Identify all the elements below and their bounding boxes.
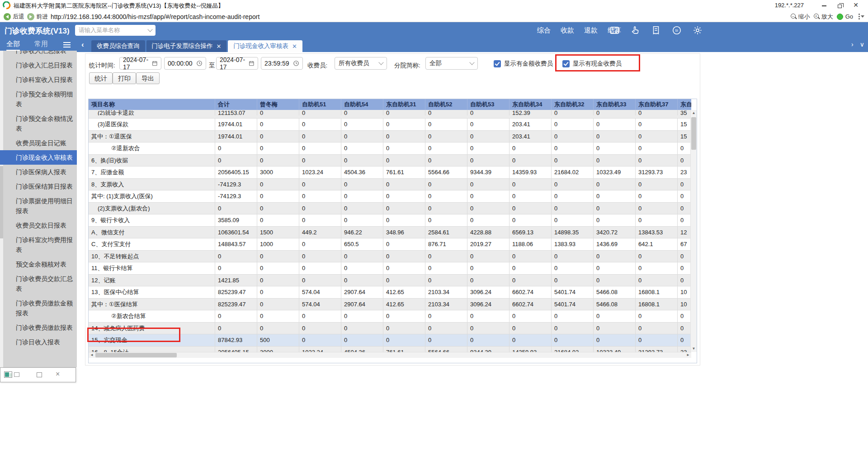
sidebar-item[interactable]: 门诊收入汇总日报表 — [3, 58, 77, 72]
tab[interactable]: 门诊电子发票综合操作✕ — [146, 40, 227, 52]
show-cash-cashiers-checkbox[interactable] — [562, 60, 570, 67]
table-row[interactable]: 10、不足转账起点000000000000 — [89, 251, 691, 263]
minimize-button[interactable] — [818, 1, 830, 10]
sidebar-item[interactable]: 门诊收费员缴款金额报表 — [3, 296, 77, 320]
column-header[interactable]: 自助机53 — [467, 99, 509, 110]
sidebar-item[interactable]: 收费员现金日记账 — [3, 136, 77, 150]
cashier-select[interactable]: 所有收费员 — [335, 57, 387, 70]
sidebar-item[interactable]: 门诊收费员缴款报表 — [3, 320, 77, 335]
hscroll-thumb[interactable] — [95, 353, 177, 357]
time-to-input[interactable]: 23:59:59 — [261, 57, 303, 70]
hamburger-icon[interactable] — [63, 42, 71, 48]
maximize-icon[interactable] — [37, 372, 42, 377]
column-header[interactable]: 曾冬梅 — [257, 99, 299, 110]
table-row[interactable]: A、微信支付1063601.541500449.2946.22348.96258… — [89, 227, 691, 239]
column-header[interactable]: 东自助机31 — [383, 99, 425, 110]
column-header[interactable]: 项目名称 — [89, 99, 215, 110]
sidebar-item[interactable]: 门诊日收入报表 — [3, 335, 77, 349]
table-row[interactable]: C、支付宝支付148843.5710000650.50876.712019.27… — [89, 238, 691, 251]
zoom-out-button[interactable]: −缩小 — [791, 13, 810, 21]
table-row[interactable]: (3)退医保款19744.01000000203.4100015 — [89, 119, 691, 131]
table-row[interactable]: 11、银行卡结算000000000000 — [89, 262, 691, 275]
header-menu-item-1[interactable]: 收款 — [561, 26, 574, 35]
table-row[interactable]: 其中：①退医保19744.01000000203.4100015 — [89, 131, 691, 143]
table-row[interactable]: 7、应缴金额2056405.1530001023.244504.36761.61… — [89, 166, 691, 179]
show-amount-cashiers-checkbox[interactable] — [494, 60, 501, 67]
column-header[interactable]: 自助机51 — [299, 99, 341, 110]
toolbar-button-1[interactable]: 打印 — [113, 72, 136, 84]
table-row[interactable]: ②退新农合000000000000 — [89, 143, 691, 155]
sidebar-item[interactable]: 门诊票据使用明细日报表 — [3, 194, 77, 218]
back-button[interactable]: 后退 — [4, 12, 24, 21]
sidebar-scrollbar[interactable] — [0, 51, 3, 367]
table-row[interactable]: 9、银行卡收入3585.0900000000000 — [89, 214, 691, 227]
zoom-in-button[interactable]: +放大 — [814, 13, 833, 21]
close-button[interactable]: ✕ — [850, 1, 862, 10]
column-header[interactable]: 东自助机37 — [636, 99, 678, 110]
scroll-down-icon[interactable]: ▼ — [691, 346, 697, 352]
tab[interactable]: 收费员综合查询 — [91, 40, 145, 52]
sidebar-tab-all[interactable]: 全部 — [6, 40, 20, 48]
sidebar-item[interactable]: 门诊医保结算日报表 — [3, 179, 77, 194]
scroll-right-icon[interactable]: ► — [685, 352, 691, 358]
tab-close-icon[interactable]: ✕ — [217, 43, 222, 50]
table-row[interactable]: 其中：①医保结算825239.470574.042907.64412.65210… — [89, 299, 691, 311]
table-row[interactable]: 其中: (1)支票收入(医保)-74129.300000000000 — [89, 190, 691, 203]
close-icon[interactable]: × — [56, 370, 60, 378]
branch-select[interactable]: 全部 — [425, 57, 478, 70]
scroll-left-icon[interactable]: ◄ — [89, 352, 95, 358]
sidebar-item[interactable]: 门诊医保病人报表 — [3, 165, 77, 179]
sidebar-item[interactable]: 门诊预交金余额明细表 — [3, 87, 77, 111]
menu-search-input[interactable]: 请输入菜单名称 — [75, 25, 156, 36]
header-menu-item-2[interactable]: 退款 — [584, 26, 598, 35]
sidebar-item[interactable]: 门诊科室收入日报表 — [3, 72, 77, 87]
table-row[interactable]: 13、医保中心结算825239.470574.042907.64412.6521… — [89, 286, 691, 299]
table-row[interactable]: (2)支票收入(新农合)000000000000 — [89, 203, 691, 215]
sidebar-item-active[interactable]: 门诊现金收入审核表 — [0, 150, 77, 165]
insurance-card-reader-icon[interactable]: SI — [609, 25, 619, 35]
sidebar-item[interactable]: 门诊预交金余额情况表 — [3, 111, 77, 136]
mini-window[interactable]: × — [0, 367, 76, 382]
sidebar-item[interactable]: 预交金余额核对表 — [3, 257, 77, 271]
si-circle-icon[interactable]: SI — [672, 25, 682, 35]
go-button[interactable]: Go — [837, 13, 853, 20]
toolbar-button-2[interactable]: 导出 — [136, 72, 160, 84]
column-header[interactable]: 合计 — [215, 99, 257, 110]
tab-close-icon[interactable]: ✕ — [292, 43, 297, 50]
tabs-scroll-left-icon[interactable]: ‹ — [81, 40, 84, 49]
header-menu-item-0[interactable]: 综合 — [537, 26, 551, 35]
tabs-list-icon[interactable]: ∨ — [860, 41, 864, 48]
column-header[interactable]: 东自 — [678, 99, 691, 110]
tab[interactable]: 门诊现金收入审核表✕ — [228, 40, 302, 52]
scroll-up-icon[interactable]: ▲ — [691, 110, 697, 116]
sidebar-item[interactable]: 门诊收入汇总报表 — [3, 51, 77, 58]
more-menu-button[interactable] — [857, 14, 864, 19]
vscroll-thumb[interactable] — [691, 117, 696, 150]
date-from-input[interactable]: 2024-07-17 — [119, 57, 161, 70]
sidebar-item[interactable]: 门诊科室次均费用报表 — [3, 233, 77, 257]
receipt-icon[interactable] — [651, 25, 661, 35]
column-header[interactable]: 自助机52 — [425, 99, 467, 110]
table-row[interactable]: 6、换(旧)收据000000000000 — [89, 155, 691, 167]
restore-button[interactable] — [834, 1, 845, 10]
hand-sign-icon[interactable] — [630, 25, 640, 35]
tabs-scroll-right-icon[interactable]: › — [851, 41, 854, 48]
toolbar-button-0[interactable]: 统计 — [89, 72, 113, 84]
column-header[interactable]: 东自助机32 — [552, 99, 594, 110]
table-row[interactable]: 8、支票收入-74129.300000000000 — [89, 179, 691, 191]
horizontal-scrollbar[interactable]: ◄ ► — [89, 352, 691, 358]
column-header[interactable]: 东自助机33 — [594, 99, 636, 110]
vertical-scrollbar[interactable]: ▲ ▼ — [690, 110, 697, 352]
time-from-input[interactable]: 00:00:00 — [164, 57, 206, 70]
table-row[interactable]: 15、实交现金87842.935000000000000 — [89, 334, 691, 347]
gear-icon[interactable] — [693, 25, 703, 35]
address-bar[interactable]: http://192.168.190.44:8000/his-mzsf/app/… — [51, 13, 259, 20]
table-row[interactable]: 14、减免病人医药费000000000000 — [89, 323, 691, 335]
table-row[interactable]: (2)就诊卡退款121153.07000000152.3900035 — [89, 110, 691, 119]
sidebar-tab-common[interactable]: 常用 — [34, 40, 48, 48]
forward-button[interactable]: 前进 — [27, 12, 48, 21]
sidebar-item[interactable]: 收费员交款日报表 — [3, 218, 77, 233]
column-header[interactable]: 东自助机34 — [509, 99, 552, 110]
table-row[interactable]: 12、记账1421.8500000000000 — [89, 275, 691, 287]
column-header[interactable]: 自助机54 — [341, 99, 383, 110]
